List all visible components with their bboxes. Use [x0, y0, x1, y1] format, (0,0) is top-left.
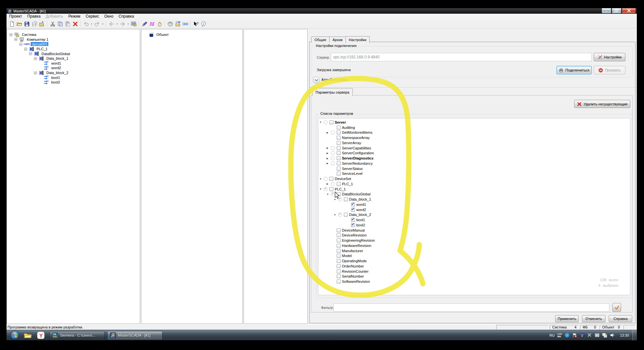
tab-настройки[interactable]: Настройки [346, 36, 370, 43]
node-attributes-toggle[interactable] [313, 77, 320, 84]
language-indicator[interactable]: RU [550, 333, 555, 337]
volume-icon[interactable] [610, 333, 615, 338]
toolbar-trend-button[interactable] [148, 20, 156, 27]
taskbar-clock[interactable]: 13:30 [620, 333, 629, 337]
checkbox-unchecked-icon[interactable] [337, 136, 341, 140]
object-tree-item-объект[interactable]: Объект [143, 32, 242, 37]
param-row-word2[interactable]: word2 [318, 207, 630, 212]
expander-minus-icon[interactable] [34, 71, 37, 74]
toolbar-connections-button[interactable] [182, 20, 189, 27]
connect-button[interactable]: Подключиться [556, 66, 592, 74]
param-row-serialnumber[interactable]: SerialNumber [318, 274, 630, 279]
system-tree-item-bool1[interactable]: bool1 [9, 75, 140, 80]
restore-button[interactable] [612, 8, 621, 13]
server-params-tab[interactable]: Параметры сервера [312, 88, 353, 96]
menu-item-help[interactable]: Справка [116, 14, 137, 19]
filter-input[interactable] [333, 303, 609, 312]
checkbox-unchecked-icon[interactable] [337, 167, 341, 171]
checkbox-unchecked-icon[interactable] [337, 156, 341, 160]
radio-empty-icon[interactable] [331, 130, 335, 134]
tree-expanded-arrow-icon[interactable]: ▼ [334, 214, 338, 216]
toolbar-help-cursor-button[interactable]: ? [192, 20, 200, 27]
system-tree-item-компьютер 1[interactable]: Компьютер 1 [9, 37, 140, 42]
snagit-icon[interactable] [587, 333, 592, 338]
show-desktop-button[interactable] [632, 330, 637, 341]
checkbox-unchecked-icon[interactable] [337, 264, 341, 268]
menu-item-service[interactable]: Сервис [83, 14, 102, 19]
system-tree-item-data_block_1[interactable]: Data_block_1 [9, 56, 140, 61]
expander-minus-icon[interactable] [24, 48, 27, 51]
taskbar-yandex-button[interactable]: Y [37, 331, 45, 340]
toolbar-new-file-button[interactable] [8, 20, 16, 27]
toolbar-palette-button[interactable] [167, 20, 174, 27]
radio-empty-icon[interactable] [331, 146, 335, 150]
tree-expanded-arrow-icon[interactable]: ▼ [334, 198, 338, 201]
cancel-button[interactable]: Отменить [582, 315, 605, 322]
help-button[interactable]: Справка [609, 315, 632, 322]
param-row-serverdiagnostics[interactable]: ▶ServerDiagnostics [318, 156, 630, 161]
taskbar-app-tia[interactable]: TIAV14Siemens - C:\Users\... [50, 331, 105, 340]
minimize-button[interactable] [602, 8, 611, 13]
radio-partial-icon[interactable] [324, 187, 328, 191]
radio-empty-icon[interactable] [331, 182, 335, 186]
checkbox-checked-icon[interactable] [351, 223, 355, 227]
checkbox-unchecked-icon[interactable] [337, 151, 341, 155]
tree-collapsed-arrow-icon[interactable]: ▶ [327, 131, 331, 134]
toolbar-screen-editor-button[interactable] [130, 20, 137, 27]
checkbox-unchecked-icon[interactable] [337, 249, 341, 253]
radio-partial-icon[interactable] [338, 197, 342, 201]
checkbox-unchecked-icon[interactable] [337, 130, 341, 134]
system-tree-item-datablocksglobal[interactable]: DataBlocksGlobal [9, 51, 140, 56]
tree-collapsed-arrow-icon[interactable]: ▶ [327, 183, 331, 185]
checkbox-unchecked-icon[interactable] [337, 269, 341, 273]
expander-minus-icon[interactable] [19, 43, 22, 46]
param-row-serverstatus[interactable]: ServerStatus [318, 166, 630, 171]
system-tree-item-система[interactable]: Система [9, 32, 140, 37]
tab-архив[interactable]: Архив [329, 37, 346, 42]
connection-settings-button[interactable]: Настройки [594, 53, 625, 61]
param-row-plc_1[interactable]: ▶PLC_1 [318, 181, 630, 187]
checkbox-unchecked-icon[interactable] [344, 213, 348, 217]
expander-minus-icon[interactable] [14, 38, 17, 41]
param-row-manufacturer[interactable]: Manufacturer [318, 248, 630, 253]
system-tree-item-word1[interactable]: word1 [9, 61, 140, 66]
toolbar-copy-button[interactable] [56, 20, 64, 27]
network-icon[interactable] [602, 333, 607, 338]
system-tree-item-plc_1[interactable]: PLC_1 [9, 47, 140, 52]
param-row-servicelevel[interactable]: ServiceLevel [318, 171, 630, 176]
checkbox-checked-icon[interactable] [351, 208, 355, 212]
param-row-model[interactable]: Model [318, 253, 630, 259]
checkbox-unchecked-icon[interactable] [344, 197, 348, 201]
checkbox-unchecked-icon[interactable] [337, 238, 341, 242]
checkbox-unchecked-icon[interactable] [337, 228, 341, 232]
radio-empty-icon[interactable] [324, 120, 328, 124]
toolbar-save-button[interactable] [23, 20, 31, 27]
radio-empty-icon[interactable] [331, 151, 335, 155]
apply-button[interactable]: Применить [555, 315, 579, 322]
checkbox-unchecked-icon[interactable] [337, 161, 341, 165]
expander-minus-icon[interactable] [9, 33, 12, 36]
checkbox-unchecked-icon[interactable] [337, 254, 341, 258]
expander-minus-icon[interactable] [29, 52, 32, 55]
param-row-serverarray[interactable]: ServerArray [318, 140, 630, 145]
system-tree-item-bool2[interactable]: bool2 [9, 80, 140, 85]
expander-minus-icon[interactable] [34, 57, 37, 60]
checkbox-unchecked-icon[interactable] [330, 187, 333, 191]
toolbar-about-button[interactable]: i [200, 20, 207, 27]
tree-collapsed-arrow-icon[interactable]: ▶ [327, 162, 331, 164]
server-url-input[interactable] [331, 53, 592, 61]
menu-item-edit[interactable]: Правка [25, 14, 43, 19]
checkbox-unchecked-icon[interactable] [337, 126, 341, 129]
param-row-devicemanual[interactable]: DeviceManual [318, 228, 630, 233]
param-row-data_block_2[interactable]: ▼Data_block_2 [318, 212, 630, 218]
toolbar-pencil-button[interactable] [141, 20, 148, 27]
param-row-deviceset[interactable]: ▼DeviceSet [318, 176, 630, 181]
checkbox-unchecked-icon[interactable] [337, 244, 341, 248]
system-tree-item-word2[interactable]: word2 [9, 66, 140, 70]
radio-partial-icon[interactable] [331, 192, 335, 196]
menu-item-project[interactable]: Проект [7, 14, 25, 19]
checkbox-unchecked-icon[interactable] [337, 280, 341, 283]
checkbox-unchecked-icon[interactable] [337, 259, 341, 263]
checkbox-unchecked-icon[interactable] [337, 146, 341, 150]
action-center-icon[interactable] [572, 333, 577, 338]
